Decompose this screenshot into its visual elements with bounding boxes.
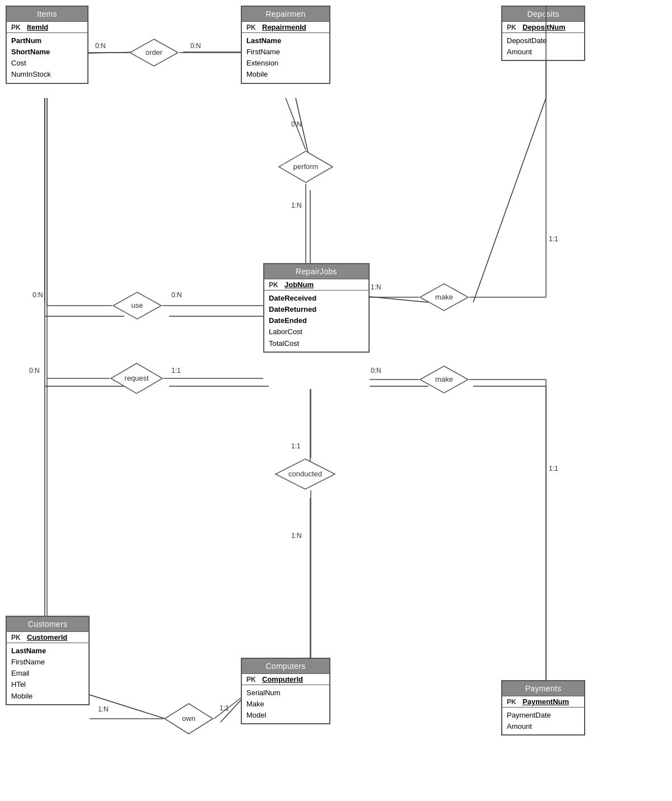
computers-attr-make: Make — [246, 699, 325, 710]
entity-repairjobs-header: RepairJobs — [264, 264, 368, 279]
svg-text:use: use — [132, 301, 143, 310]
entity-repairjobs: RepairJobs PK JobNum DateReceived DateRe… — [263, 263, 370, 353]
computers-pk-row: PK ComputerId — [242, 673, 329, 685]
customers-pk-field: CustomerId — [27, 633, 67, 641]
svg-text:make: make — [435, 375, 453, 383]
deposits-pk-label: PK — [507, 24, 519, 31]
diamond-own: own — [164, 702, 214, 735]
entity-repairmen-header: Repairmen — [242, 7, 329, 21]
customers-attr-htel: HTel — [11, 679, 84, 690]
card-conducted-computers: 1:N — [291, 532, 302, 540]
payments-pk-row: PK PaymentNum — [502, 696, 584, 707]
entity-computers: Computers PK ComputerId SerialNum Make M… — [241, 658, 330, 724]
repairmen-attr-extension: Extension — [246, 58, 325, 69]
svg-text:conducted: conducted — [288, 470, 322, 478]
card-items-order: 0:N — [95, 42, 106, 50]
entity-customers: Customers PK CustomerId LastName FirstNa… — [6, 616, 90, 705]
items-attr-cost: Cost — [11, 58, 83, 69]
card-request-repairjobs: 1:1 — [171, 367, 181, 374]
customers-attr-mobile: Mobile — [11, 691, 84, 702]
diamond-perform: perform — [278, 150, 334, 184]
card-make-bottom-payments: 1:1 — [549, 465, 558, 472]
erd-diagram: Items PK ItemId PartNum ShortName Cost N… — [0, 0, 672, 801]
card-repairmen-perform: 0:N — [291, 120, 302, 128]
svg-text:order: order — [146, 48, 163, 57]
card-repairjobs-make-top: 1:N — [371, 283, 381, 291]
deposits-pk-field: DepositNum — [522, 23, 566, 31]
deposits-attr-date: DepositDate — [507, 35, 580, 46]
customers-attr-email: Email — [11, 668, 84, 679]
customers-pk-row: PK CustomerId — [7, 631, 88, 643]
entity-payments-body: PK PaymentNum PaymentDate Amount — [502, 696, 584, 734]
repairmen-attr-lastname: LastName — [246, 35, 325, 46]
card-make-top-deposits: 1:1 — [549, 235, 558, 243]
repairjobs-attr-dateended: DateEnded — [269, 315, 364, 326]
items-attrs: PartNum ShortName Cost NumInStock — [7, 32, 87, 83]
computers-attr-serialnum: SerialNum — [246, 687, 325, 699]
entity-items-header: Items — [7, 7, 87, 21]
repairmen-attr-mobile: Mobile — [246, 69, 325, 80]
svg-text:own: own — [182, 714, 195, 723]
diamond-make-top: make — [419, 283, 469, 313]
entity-repairmen: Repairmen PK RepairmenId LastName FirstN… — [241, 6, 330, 84]
payments-attr-date: PaymentDate — [507, 710, 580, 721]
card-repairjobs-conducted: 1:1 — [291, 442, 301, 450]
card-own-computers: 1:1 — [220, 704, 229, 712]
repairjobs-pk-row: PK JobNum — [264, 279, 368, 290]
svg-text:request: request — [124, 374, 149, 382]
customers-attrs: LastName FirstName Email HTel Mobile — [7, 643, 88, 704]
card-perform-repairjobs: 1:N — [291, 202, 302, 209]
payments-attrs: PaymentDate Amount — [502, 707, 584, 734]
repairjobs-attr-datereturned: DateReturned — [269, 304, 364, 315]
repairmen-attrs: LastName FirstName Extension Mobile — [242, 32, 329, 83]
entity-repairmen-body: PK RepairmenId LastName FirstName Extens… — [242, 21, 329, 83]
deposits-attrs: DepositDate Amount — [502, 32, 584, 60]
entity-repairjobs-body: PK JobNum DateReceived DateReturned Date… — [264, 279, 368, 352]
entity-customers-header: Customers — [7, 617, 88, 631]
deposits-attr-amount: Amount — [507, 46, 580, 58]
repairmen-pk-row: PK RepairmenId — [242, 21, 329, 32]
entity-deposits-body: PK DepositNum DepositDate Amount — [502, 21, 584, 60]
entity-deposits-header: Deposits — [502, 7, 584, 21]
payments-pk-field: PaymentNum — [522, 697, 569, 706]
card-customers-request: 0:N — [29, 367, 40, 374]
payments-pk-label: PK — [507, 698, 519, 706]
svg-text:perform: perform — [293, 162, 319, 171]
items-pk-label: PK — [11, 24, 24, 31]
customers-attr-firstname: FirstName — [11, 657, 84, 668]
repairmen-pk-label: PK — [246, 24, 259, 31]
payments-attr-amount: Amount — [507, 721, 580, 732]
card-order-repairmen: 0:N — [190, 42, 201, 50]
card-use-repairjobs: 0:N — [171, 291, 182, 299]
entity-customers-body: PK CustomerId LastName FirstName Email H… — [7, 631, 88, 704]
entity-payments-header: Payments — [502, 681, 584, 696]
entity-items: Items PK ItemId PartNum ShortName Cost N… — [6, 6, 88, 84]
diamond-order: order — [129, 38, 179, 67]
entity-computers-body: PK ComputerId SerialNum Make Model — [242, 673, 329, 723]
card-repairjobs-make-bottom: 0:N — [371, 367, 381, 374]
computers-pk-field: ComputerId — [262, 675, 303, 683]
diamond-conducted: conducted — [274, 458, 336, 490]
deposits-pk-row: PK DepositNum — [502, 21, 584, 32]
svg-line-11 — [473, 98, 546, 302]
repairjobs-pk-label: PK — [269, 281, 281, 289]
repairjobs-attr-datereceived: DateReceived — [269, 293, 364, 304]
items-attr-partnum: PartNum — [11, 35, 83, 46]
entity-items-body: PK ItemId PartNum ShortName Cost NumInSt… — [7, 21, 87, 83]
diamond-use: use — [112, 291, 162, 320]
computers-attrs: SerialNum Make Model — [242, 685, 329, 723]
card-customers-own: 1:N — [98, 705, 109, 713]
entity-payments: Payments PK PaymentNum PaymentDate Amoun… — [501, 680, 585, 736]
repairjobs-pk-field: JobNum — [284, 280, 314, 289]
customers-attr-lastname: LastName — [11, 645, 84, 657]
repairmen-pk-field: RepairmenId — [262, 23, 306, 31]
computers-attr-model: Model — [246, 710, 325, 721]
items-attr-shortname: ShortName — [11, 46, 83, 58]
diamond-make-bottom: make — [419, 365, 469, 394]
entity-computers-header: Computers — [242, 659, 329, 673]
entity-deposits: Deposits PK DepositNum DepositDate Amoun… — [501, 6, 585, 61]
repairjobs-attr-totalcost: TotalCost — [269, 338, 364, 349]
repairmen-attr-firstname: FirstName — [246, 46, 325, 58]
diamond-request: request — [110, 362, 164, 396]
repairjobs-attr-laborcost: LaborCost — [269, 326, 364, 338]
